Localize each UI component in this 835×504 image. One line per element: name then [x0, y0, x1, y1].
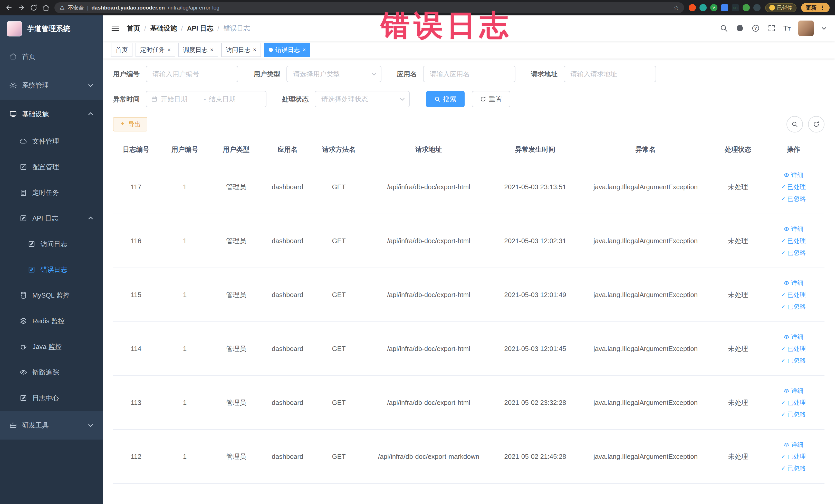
detail-link[interactable]: 详细	[783, 279, 803, 287]
github-icon[interactable]	[736, 24, 744, 32]
search-button[interactable]: 搜索	[426, 91, 465, 107]
sidebar-item-label: Redis 监控	[32, 317, 94, 326]
mark-processed-link[interactable]: ✓ 已处理	[781, 291, 806, 299]
mark-ignored-label: 已忽略	[787, 410, 806, 419]
check-icon: ✓	[781, 184, 786, 190]
app-name-input[interactable]	[423, 66, 515, 82]
mark-ignored-link[interactable]: ✓ 已忽略	[781, 464, 806, 472]
check-icon: ✓	[781, 250, 786, 256]
mark-processed-link[interactable]: ✓ 已处理	[781, 345, 806, 353]
sidebar-item-log-center[interactable]: 日志中心	[0, 385, 103, 411]
reset-button[interactable]: 重置	[472, 91, 510, 107]
reload-icon[interactable]	[30, 4, 38, 12]
tab-scheduled-tasks[interactable]: 定时任务×	[136, 43, 175, 57]
mark-ignored-link[interactable]: ✓ 已忽略	[781, 195, 806, 203]
sidebar-item-redis-monitor[interactable]: Redis 监控	[0, 308, 103, 334]
filter-row-1: 用户编号 用户类型 应用名 请求	[113, 66, 824, 82]
tab-schedule-log[interactable]: 调度日志×	[178, 43, 218, 57]
sidebar-item-home[interactable]: 首页	[0, 42, 103, 71]
mark-ignored-link[interactable]: ✓ 已忽略	[781, 356, 806, 365]
process-status-select-input[interactable]	[315, 91, 410, 107]
security-label[interactable]: 不安全	[68, 4, 84, 11]
tab-error-log[interactable]: 错误日志×	[264, 43, 311, 57]
breadcrumb-api-log[interactable]: API 日志	[187, 24, 213, 33]
sidebar-item-error-log[interactable]: 错误日志	[0, 257, 103, 282]
cell-method: GET	[313, 376, 365, 429]
gear-icon	[9, 81, 17, 89]
request-url-input[interactable]	[564, 66, 656, 82]
chevron-down-icon[interactable]	[821, 26, 827, 31]
app-logo[interactable]: 芋道管理系统	[0, 15, 103, 42]
mark-ignored-link[interactable]: ✓ 已忽略	[781, 248, 806, 257]
sidebar-item-api-log[interactable]: API 日志	[0, 205, 103, 231]
search-icon[interactable]	[720, 24, 728, 32]
close-icon[interactable]: ×	[303, 46, 306, 53]
detail-link[interactable]: 详细	[783, 171, 803, 179]
col-user-id: 用户编号	[159, 139, 210, 160]
sidebar-item-mysql-monitor[interactable]: MySQL 监控	[0, 282, 103, 308]
user-avatar[interactable]	[798, 21, 814, 36]
detail-link[interactable]: 详细	[783, 225, 803, 233]
update-button[interactable]: 更新 ⋮	[801, 3, 830, 12]
exception-time-range-picker[interactable]: -	[146, 91, 266, 107]
close-icon[interactable]: ×	[210, 46, 213, 53]
mark-ignored-link[interactable]: ✓ 已忽略	[781, 302, 806, 311]
user-type-select-input[interactable]	[286, 66, 382, 82]
hamburger-icon[interactable]	[111, 24, 120, 33]
user-id-input[interactable]	[146, 66, 238, 82]
detail-link[interactable]: 详细	[783, 333, 803, 341]
ext-on-icon[interactable]: on	[732, 4, 739, 11]
tab-home[interactable]: 首页	[111, 43, 133, 57]
fullscreen-icon[interactable]	[768, 24, 776, 32]
mark-processed-link[interactable]: ✓ 已处理	[781, 237, 806, 245]
cell-request-url: /api/infra/db-doc/export-html	[365, 376, 493, 429]
mark-processed-link[interactable]: ✓ 已处理	[781, 399, 806, 407]
page-content: 用户编号 用户类型 应用名 请求	[103, 59, 835, 504]
ext-paw-icon[interactable]	[753, 4, 760, 11]
home-icon[interactable]	[42, 4, 50, 12]
start-date-input[interactable]	[160, 95, 202, 104]
sidebar-item-file-mgmt[interactable]: 文件管理	[0, 128, 103, 154]
paused-badge[interactable]: 已暂停	[765, 3, 796, 12]
refresh-icon	[480, 96, 486, 102]
mark-processed-link[interactable]: ✓ 已处理	[781, 183, 806, 191]
mark-ignored-link[interactable]: ✓ 已忽略	[781, 410, 806, 419]
breadcrumb-infrastructure[interactable]: 基础设施	[150, 24, 177, 33]
end-date-input[interactable]	[208, 95, 250, 104]
close-icon[interactable]: ×	[167, 46, 171, 53]
monitor-icon	[9, 110, 17, 118]
sidebar-item-scheduled-tasks[interactable]: 定时任务	[0, 180, 103, 205]
help-icon[interactable]: ?	[752, 24, 760, 32]
home-icon	[9, 53, 17, 60]
sidebar-item-dev-tools[interactable]: 研发工具	[0, 411, 103, 440]
ext-orange-icon[interactable]	[689, 4, 696, 11]
ext-teal-drop-icon[interactable]	[699, 4, 707, 11]
sidebar-item-trace[interactable]: 链路追踪	[0, 360, 103, 385]
sidebar-item-java-monitor[interactable]: Java 监控	[0, 334, 103, 360]
sidebar-item-access-log[interactable]: 访问日志	[0, 231, 103, 257]
user-type-select[interactable]	[286, 66, 382, 82]
toggle-search-button[interactable]	[787, 116, 803, 133]
refresh-table-button[interactable]	[808, 116, 824, 133]
ext-blue-grid-icon[interactable]	[721, 4, 728, 11]
sidebar-item-system-mgmt[interactable]: 系统管理	[0, 71, 103, 100]
tab-access-log[interactable]: 访问日志×	[221, 43, 261, 57]
export-button[interactable]: 导出	[113, 117, 147, 132]
url-domain: dashboard.yudao.iocoder.cn	[91, 5, 165, 11]
url-bar[interactable]: ⚠ 不安全 | dashboard.yudao.iocoder.cn /infr…	[55, 2, 684, 13]
bookmark-star-icon[interactable]: ☆	[673, 4, 679, 11]
mark-processed-link[interactable]: ✓ 已处理	[781, 452, 806, 461]
ext-leaf-icon[interactable]	[742, 4, 750, 11]
ext-green-v-icon[interactable]: V	[710, 4, 717, 11]
browser-menu-icon[interactable]: ⋮	[820, 5, 825, 11]
breadcrumb-home[interactable]: 首页	[127, 24, 140, 33]
forward-icon[interactable]	[18, 4, 25, 12]
sidebar-item-infrastructure[interactable]: 基础设施	[0, 100, 103, 128]
detail-link[interactable]: 详细	[783, 441, 803, 449]
back-icon[interactable]	[5, 4, 13, 12]
detail-link[interactable]: 详细	[783, 387, 803, 395]
sidebar-item-config-mgmt[interactable]: 配置管理	[0, 154, 103, 180]
close-icon[interactable]: ×	[253, 46, 257, 53]
process-status-select[interactable]	[315, 91, 410, 107]
font-size-icon[interactable]: TT	[783, 24, 791, 32]
